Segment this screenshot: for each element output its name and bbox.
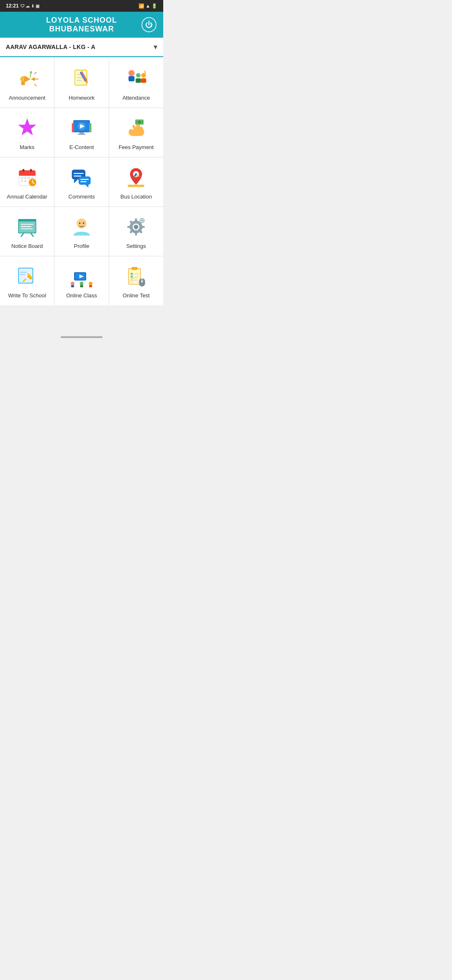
calendar-label: Annual Calendar <box>7 193 47 200</box>
grid-item-write[interactable]: Write To School <box>0 256 54 305</box>
profile-icon <box>69 214 94 239</box>
app-title: LOYOLA SCHOOL BHUBANESWAR <box>22 16 141 34</box>
homework-label: Homework <box>69 95 95 101</box>
fees-label: Fees Payment <box>118 144 154 150</box>
power-button[interactable] <box>141 17 157 32</box>
grid-item-online-class[interactable]: Online Class <box>54 256 108 305</box>
svg-rect-92 <box>71 285 74 287</box>
status-time: 12:21 🛡 ☁ ⬇ ▣ <box>6 3 39 9</box>
svg-rect-43 <box>21 177 23 179</box>
grid-item-calendar[interactable]: Annual Calendar <box>0 157 54 206</box>
bus-icon <box>124 165 148 189</box>
svg-line-8 <box>30 73 31 77</box>
write-icon <box>15 264 39 288</box>
svg-marker-57 <box>85 185 88 188</box>
svg-rect-29 <box>78 134 85 135</box>
svg-point-79 <box>141 219 143 222</box>
grid-item-online-test[interactable]: Online Test <box>109 256 163 305</box>
grid-item-attendance[interactable]: Attendance <box>109 59 163 108</box>
svg-rect-30 <box>72 123 74 132</box>
online-class-label: Online Class <box>66 292 97 299</box>
svg-rect-31 <box>89 123 91 132</box>
grid-item-bus[interactable]: Bus Location <box>109 157 163 206</box>
grid-item-marks[interactable]: Marks <box>0 108 54 157</box>
svg-rect-56 <box>79 176 91 185</box>
svg-point-74 <box>83 222 85 224</box>
svg-point-110 <box>141 280 143 282</box>
svg-line-4 <box>35 72 36 74</box>
svg-point-95 <box>89 282 92 286</box>
svg-line-67 <box>31 233 33 236</box>
svg-rect-97 <box>128 268 141 284</box>
app-header: LOYOLA SCHOOL BHUBANESWAR <box>0 12 163 38</box>
grid-item-econtent[interactable]: E-Content <box>54 108 108 157</box>
write-label: Write To School <box>8 292 46 299</box>
grid-item-homework[interactable]: Homework <box>54 59 108 108</box>
online-test-label: Online Test <box>123 292 150 299</box>
svg-rect-38 <box>19 174 36 176</box>
menu-grid: Announcement Homework <box>0 59 163 305</box>
svg-point-33 <box>138 121 141 124</box>
econtent-label: E-Content <box>69 144 94 150</box>
announcement-icon <box>15 66 39 90</box>
svg-marker-23 <box>18 119 36 136</box>
grid-item-comments[interactable]: Comments <box>54 157 108 206</box>
grid-item-settings[interactable]: Settings <box>109 207 163 256</box>
grid-item-fees[interactable]: Fees Payment <box>109 108 163 157</box>
svg-rect-68 <box>18 219 36 221</box>
status-icons: 📶 ▲ 🔋 <box>139 3 157 9</box>
grid-item-notice[interactable]: Notice Board <box>0 207 54 256</box>
chevron-down-icon: ▾ <box>154 42 157 52</box>
svg-rect-21 <box>141 78 146 83</box>
attendance-label: Attendance <box>122 95 150 101</box>
student-selector[interactable]: AARAV AGARWALLA - LKG - A ▾ <box>0 38 163 57</box>
svg-rect-48 <box>24 180 26 182</box>
svg-marker-53 <box>74 179 78 183</box>
settings-icon <box>124 214 148 239</box>
notice-label: Notice Board <box>11 243 43 249</box>
svg-rect-99 <box>132 267 138 270</box>
marks-label: Marks <box>20 144 34 150</box>
svg-rect-45 <box>28 177 30 179</box>
homework-icon <box>69 66 94 90</box>
svg-point-76 <box>134 225 139 230</box>
svg-point-91 <box>71 282 74 286</box>
home-indicator <box>61 336 103 338</box>
attendance-icon <box>124 66 148 90</box>
status-bar: 12:21 🛡 ☁ ⬇ ▣ 📶 ▲ 🔋 <box>0 0 163 12</box>
svg-line-6 <box>35 84 36 86</box>
online-class-icon <box>69 264 94 288</box>
notice-icon <box>15 214 39 239</box>
grid-item-announcement[interactable]: Announcement <box>0 59 54 108</box>
settings-label: Settings <box>126 243 146 249</box>
grid-item-profile[interactable]: Profile <box>54 207 108 256</box>
bus-label: Bus Location <box>121 193 152 200</box>
svg-rect-94 <box>80 285 83 287</box>
fees-icon <box>124 116 148 140</box>
calendar-icon <box>15 165 39 189</box>
comments-label: Comments <box>69 193 95 200</box>
comments-icon <box>69 165 94 189</box>
svg-rect-44 <box>24 177 26 179</box>
svg-rect-63 <box>128 185 145 187</box>
notification-icons: 🛡 ☁ ⬇ ▣ <box>21 4 39 8</box>
svg-point-16 <box>128 70 134 76</box>
announcement-label: Announcement <box>9 95 45 101</box>
svg-rect-65 <box>19 221 36 232</box>
svg-point-18 <box>136 73 141 77</box>
svg-point-7 <box>30 71 32 73</box>
svg-point-73 <box>79 222 81 224</box>
svg-rect-28 <box>80 132 84 134</box>
svg-rect-19 <box>136 78 141 83</box>
svg-rect-96 <box>89 285 92 287</box>
online-test-icon <box>124 264 148 288</box>
profile-label: Profile <box>74 243 90 249</box>
svg-rect-2 <box>21 81 25 85</box>
student-name: AARAV AGARWALLA - LKG - A <box>6 44 95 50</box>
svg-point-93 <box>80 282 83 286</box>
econtent-icon <box>69 116 94 140</box>
svg-point-3 <box>32 77 35 80</box>
home-bar <box>0 330 163 344</box>
svg-rect-47 <box>21 180 23 182</box>
svg-line-66 <box>21 233 23 236</box>
